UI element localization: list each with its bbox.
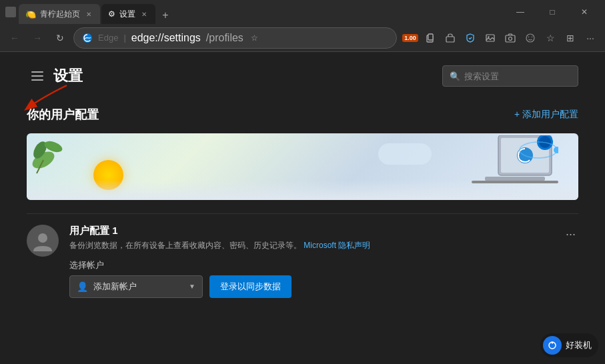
main-content: 设置 🔍 你的用户配置 + 添加用户配置: [0, 52, 605, 364]
close-button[interactable]: ✕: [569, 0, 600, 24]
titlebar: 🍋 青柠起始页 ✕ ⚙ 设置 ✕ + — □ ✕: [0, 0, 605, 24]
camera-icon[interactable]: [501, 29, 520, 47]
chevron-down-icon: ▼: [189, 283, 195, 290]
emoji-icon[interactable]: [521, 29, 540, 47]
banner-leaves: [30, 137, 77, 183]
settings-container: 设置 🔍 你的用户配置 + 添加用户配置: [0, 52, 605, 364]
svg-point-23: [520, 142, 557, 158]
address-bar-input[interactable]: Edge | edge://settings /profiles ☆: [73, 27, 397, 49]
window-controls: — □ ✕: [505, 0, 600, 24]
forward-button[interactable]: →: [28, 29, 47, 47]
account-select[interactable]: 👤 添加新帐户 ▼: [69, 275, 203, 298]
settings-toolbar-icon[interactable]: ···: [581, 29, 600, 47]
svg-rect-19: [485, 177, 545, 181]
new-tab-button[interactable]: +: [157, 7, 174, 24]
tab2-label: 设置: [119, 9, 135, 20]
image-icon[interactable]: [481, 29, 500, 47]
section-header: 你的用户配置 + 添加用户配置: [27, 107, 578, 123]
menu-line-1: [31, 71, 43, 73]
tab1-label: 青柠起始页: [40, 9, 80, 20]
hamburger-menu-button[interactable]: [27, 65, 48, 87]
menu-line-2: [31, 75, 43, 77]
page-title: 设置: [53, 66, 83, 86]
section-title: 你的用户配置: [27, 107, 99, 123]
url-separator: |: [123, 33, 125, 43]
banner-orbit: [518, 137, 558, 166]
menu-line-3: [31, 79, 43, 81]
tab-group: 🍋 青柠起始页 ✕ ⚙ 设置 ✕ +: [19, 0, 502, 24]
svg-point-5: [488, 36, 489, 37]
logo-icon: [543, 336, 562, 355]
browser-icon: [5, 7, 16, 17]
profile-more-button[interactable]: ···: [563, 225, 578, 244]
profile-name: 用户配置 1: [69, 225, 552, 237]
refresh-button[interactable]: ↻: [51, 29, 69, 47]
profile-avatar: [27, 225, 59, 257]
account-section: 选择帐户 👤 添加新帐户 ▼ 登录以同步数据: [69, 259, 552, 298]
shield-icon[interactable]: [461, 29, 480, 47]
svg-rect-3: [446, 37, 454, 42]
star-icon[interactable]: ☆: [249, 32, 261, 44]
copy-icon[interactable]: [421, 29, 440, 47]
account-select-text: 添加新帐户: [93, 281, 183, 293]
svg-point-9: [528, 36, 530, 37]
score-icon[interactable]: 1.00: [401, 29, 420, 47]
profile-banner: [27, 133, 578, 200]
tab1-close[interactable]: ✕: [84, 9, 93, 19]
svg-rect-20: [472, 181, 558, 183]
edge-label: Edge: [98, 33, 118, 43]
svg-point-28: [552, 342, 554, 344]
svg-point-8: [526, 34, 534, 42]
bottom-logo: 好装机: [540, 333, 598, 357]
tab2-close[interactable]: ✕: [139, 9, 149, 19]
search-box[interactable]: 🔍: [442, 65, 578, 87]
collection-icon[interactable]: ⊞: [561, 29, 580, 47]
svg-rect-2: [428, 34, 433, 40]
privacy-link[interactable]: Microsoft 隐私声明: [304, 241, 370, 250]
profile-description: 备份浏览数据，在所有设备上查看收藏内容、密码、历史记录等。 Microsoft …: [69, 240, 552, 251]
back-button[interactable]: ←: [5, 29, 24, 47]
banner-cloud: [378, 143, 432, 165]
sync-button[interactable]: 登录以同步数据: [209, 275, 291, 298]
account-row: 👤 添加新帐户 ▼ 登录以同步数据: [69, 275, 552, 298]
account-user-icon: 👤: [77, 281, 88, 292]
tab-qinglv[interactable]: 🍋 青柠起始页 ✕: [19, 4, 100, 24]
address-actions: ☆: [249, 32, 261, 44]
tab1-favicon: 🍋: [25, 9, 36, 19]
profile-card: 用户配置 1 备份浏览数据，在所有设备上查看收藏内容、密码、历史记录等。 Mic…: [27, 213, 578, 309]
settings-header: 设置 🔍: [27, 65, 578, 87]
profiles-section: 你的用户配置 + 添加用户配置: [27, 100, 578, 309]
score-badge: 1.00: [402, 34, 418, 42]
star-toolbar-icon[interactable]: ☆: [541, 29, 560, 47]
addressbar: ← → ↻ Edge | edge://settings /profiles ☆…: [0, 24, 605, 52]
edge-favicon: [82, 33, 93, 43]
svg-point-24: [554, 147, 558, 153]
account-label: 选择帐户: [69, 259, 552, 271]
svg-rect-6: [506, 35, 515, 42]
svg-point-25: [38, 233, 47, 243]
search-icon: 🔍: [450, 71, 460, 81]
toolbar-icons: 1.00: [401, 29, 600, 47]
url-path: /profiles: [206, 32, 243, 44]
svg-point-7: [509, 37, 512, 40]
maximize-button[interactable]: □: [537, 0, 568, 24]
url-settings: edge://settings: [131, 32, 201, 44]
minimize-button[interactable]: —: [505, 0, 536, 24]
profile-info: 用户配置 1 备份浏览数据，在所有设备上查看收藏内容、密码、历史记录等。 Mic…: [69, 225, 552, 298]
search-input[interactable]: [464, 71, 571, 81]
svg-point-10: [532, 36, 533, 37]
logo-text: 好装机: [566, 339, 592, 351]
extension-icon[interactable]: [441, 29, 460, 47]
tab2-favicon: ⚙: [108, 9, 115, 19]
tab-settings[interactable]: ⚙ 设置 ✕: [101, 4, 155, 24]
add-profile-button[interactable]: + 添加用户配置: [514, 109, 578, 121]
